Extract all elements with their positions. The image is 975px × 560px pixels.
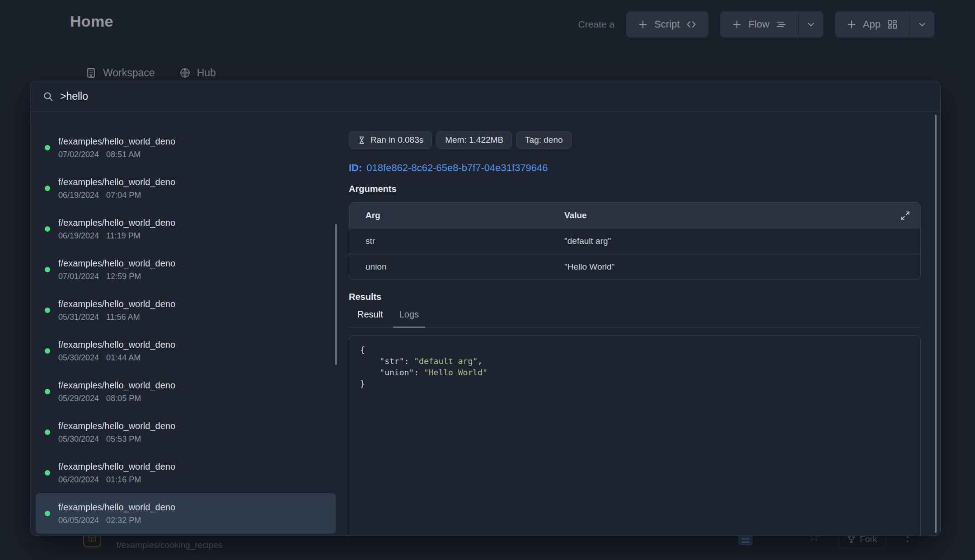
duration-badge: Ran in 0.083s xyxy=(349,131,432,149)
run-id-row: ID: 018fe862-8c62-65e8-b7f7-04e31f379646 xyxy=(349,162,921,174)
run-list-item[interactable]: f/examples/hello_world_deno 06/19/2024 1… xyxy=(36,209,336,249)
arguments-table-header: Arg Value xyxy=(349,203,920,228)
run-time: 11:19 PM xyxy=(106,231,141,241)
run-datetime: 07/02/2024 08:51 AM xyxy=(58,150,175,159)
run-datetime: 06/19/2024 07:04 PM xyxy=(58,191,175,200)
success-dot-icon xyxy=(45,348,50,354)
modal-content: 07/03/2024 03:37 PM f/examples/hello_wor… xyxy=(31,112,940,536)
success-dot-icon xyxy=(45,308,50,313)
run-datetime: 06/05/2024 02:32 PM xyxy=(58,516,175,525)
run-date: 05/29/2024 xyxy=(58,394,99,403)
value-cell: "Hello World" xyxy=(564,262,889,272)
success-dot-icon xyxy=(45,226,50,232)
runs-list: 07/03/2024 03:37 PM f/examples/hello_wor… xyxy=(31,112,336,536)
run-path: f/examples/hello_world_deno xyxy=(58,299,175,309)
run-id-link[interactable]: 018fe862-8c62-65e8-b7f7-04e31f379646 xyxy=(366,162,548,174)
run-list-item[interactable]: f/examples/hello_world_deno 07/02/2024 0… xyxy=(36,127,336,168)
run-path: f/examples/hello_world_deno xyxy=(58,502,175,513)
table-row: union "Hello World" xyxy=(349,254,920,280)
run-time: 02:32 PM xyxy=(106,516,141,525)
run-date: 07/02/2024 xyxy=(58,150,99,159)
results-title: Results xyxy=(349,292,921,302)
hourglass-icon xyxy=(357,136,366,145)
run-date: 06/19/2024 xyxy=(58,191,99,200)
success-dot-icon xyxy=(45,470,50,476)
run-time: 11:56 AM xyxy=(106,313,140,322)
run-list-item[interactable]: f/examples/hello_world_deno 07/01/2024 1… xyxy=(36,249,336,290)
run-date: 06/05/2024 xyxy=(58,516,99,525)
run-path: f/examples/hello_world_deno xyxy=(58,462,175,472)
run-date: 05/30/2024 xyxy=(58,353,99,363)
json-body: "str": "default arg","union": "Hello Wor… xyxy=(360,355,909,378)
success-dot-icon xyxy=(45,267,50,272)
tab-result[interactable]: Result xyxy=(351,309,389,327)
run-list-item[interactable]: f/examples/hello_world_deno 06/20/2024 0… xyxy=(36,453,336,493)
run-datetime: 07/01/2024 12:59 PM xyxy=(58,272,175,281)
col-arg-header: Arg xyxy=(366,210,564,220)
arguments-table: Arg Value str "default arg" union xyxy=(349,202,921,280)
run-list-item[interactable]: f/examples/hello_world_deno 05/30/2024 0… xyxy=(36,412,336,453)
value-cell: "default arg" xyxy=(564,236,889,246)
run-time: 07:04 PM xyxy=(106,191,141,200)
tag-badge-label: Tag: deno xyxy=(525,135,562,145)
run-datetime: 06/19/2024 11:19 PM xyxy=(58,231,175,241)
tag-badge: Tag: deno xyxy=(516,131,571,149)
json-line: "union": "Hello World" xyxy=(360,367,909,378)
tab-logs[interactable]: Logs xyxy=(393,309,425,328)
search-input[interactable] xyxy=(60,90,928,103)
run-path: f/examples/hello_world_deno xyxy=(58,340,175,350)
run-date: 06/20/2024 xyxy=(58,475,99,485)
run-date: 05/31/2024 xyxy=(58,313,99,322)
col-value-header: Value xyxy=(564,210,889,220)
json-close-brace: } xyxy=(360,378,909,389)
run-list-item[interactable]: f/examples/hello_world_deno 05/29/2024 0… xyxy=(36,371,336,412)
run-datetime: 05/30/2024 05:53 PM xyxy=(58,434,175,444)
arguments-title: Arguments xyxy=(349,184,921,194)
run-list-item[interactable]: 07/03/2024 03:37 PM xyxy=(36,112,336,127)
run-search-modal: 07/03/2024 03:37 PM f/examples/hello_wor… xyxy=(30,81,941,536)
run-path: f/examples/hello_world_deno xyxy=(58,258,175,269)
run-time: 01:16 PM xyxy=(106,475,141,485)
json-open-brace: { xyxy=(360,344,909,355)
run-badges: Ran in 0.083s Mem: 1.422MB Tag: deno xyxy=(349,131,921,149)
run-list-item[interactable]: f/examples/hello_world_deno 05/31/2024 1… xyxy=(36,290,336,331)
success-dot-icon xyxy=(45,429,50,435)
run-list-item[interactable]: f/examples/hello_world_deno 06/19/2024 0… xyxy=(36,168,336,209)
duration-badge-label: Ran in 0.083s xyxy=(370,135,423,145)
run-date: 06/19/2024 xyxy=(58,231,99,241)
run-list-item[interactable]: f/examples/hello_world_deno 06/05/2024 0… xyxy=(36,493,336,534)
results-tabs: Result Logs xyxy=(349,309,921,327)
result-json-viewer: { "str": "default arg","union": "Hello W… xyxy=(349,336,921,536)
success-dot-icon xyxy=(45,389,50,394)
run-list-item[interactable]: f/examples/hello_world_deno 05/30/2024 0… xyxy=(36,331,336,371)
modal-search-bar xyxy=(31,81,940,112)
json-line: "str": "default arg", xyxy=(360,355,909,367)
run-datetime: 07/03/2024 03:37 PM xyxy=(58,112,141,113)
success-dot-icon xyxy=(45,186,50,191)
run-path: f/examples/hello_world_deno xyxy=(58,218,175,228)
run-date: 07/03/2024 xyxy=(58,112,99,113)
run-datetime: 05/30/2024 01:44 AM xyxy=(58,353,175,363)
list-scrollbar-thumb[interactable] xyxy=(335,224,337,365)
run-path: f/examples/hello_world_deno xyxy=(58,380,175,391)
run-path: f/examples/hello_world_deno xyxy=(58,177,175,187)
run-datetime: 06/20/2024 01:16 PM xyxy=(58,475,175,485)
run-time: 05:53 PM xyxy=(106,434,141,444)
table-row: str "default arg" xyxy=(349,228,920,254)
success-dot-icon xyxy=(45,511,50,516)
detail-scrollbar-thumb[interactable] xyxy=(935,115,937,533)
run-time: 08:51 AM xyxy=(106,150,141,159)
arg-cell: str xyxy=(366,236,564,246)
run-datetime: 05/29/2024 08:05 PM xyxy=(58,394,175,403)
run-time: 01:44 AM xyxy=(106,353,141,363)
memory-badge: Mem: 1.422MB xyxy=(436,131,512,149)
run-time: 12:59 PM xyxy=(106,272,141,281)
success-dot-icon xyxy=(45,145,50,150)
run-date: 05/30/2024 xyxy=(58,434,99,444)
run-time: 03:37 PM xyxy=(106,112,141,113)
memory-badge-label: Mem: 1.422MB xyxy=(445,135,503,145)
arguments-table-body: str "default arg" union "Hello World" xyxy=(349,228,920,280)
expand-icon[interactable] xyxy=(889,210,920,221)
arg-cell: union xyxy=(366,262,564,272)
run-date: 07/01/2024 xyxy=(58,272,99,281)
